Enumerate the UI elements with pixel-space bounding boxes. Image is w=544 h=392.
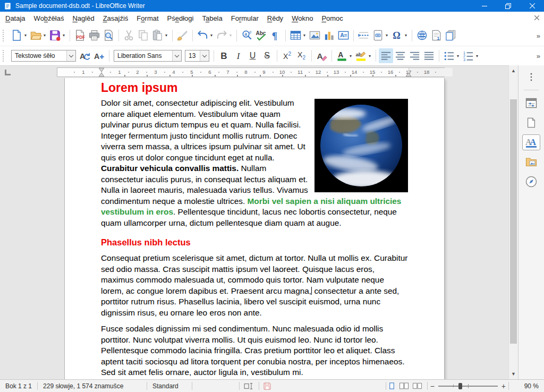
print-preview-button[interactable] bbox=[101, 28, 116, 43]
menu-pomoc[interactable]: Pomoc bbox=[317, 13, 347, 24]
bullet-list-button[interactable] bbox=[442, 48, 456, 63]
paste-button[interactable] bbox=[150, 28, 165, 43]
toolbar-overflow-button[interactable]: » bbox=[537, 52, 540, 60]
zoom-slider[interactable] bbox=[438, 386, 498, 387]
insert-endnote-button[interactable] bbox=[444, 28, 458, 43]
book-view-icon[interactable] bbox=[411, 382, 424, 390]
scrollbar-thumb[interactable] bbox=[510, 99, 517, 344]
subscript-button[interactable]: X2 bbox=[294, 48, 309, 63]
insert-special-character-dropdown-icon[interactable]: ▾ bbox=[403, 33, 409, 38]
insert-special-character-button[interactable]: Ω bbox=[390, 28, 404, 43]
strikethrough-button[interactable]: S bbox=[260, 48, 274, 63]
bullet-list-dropdown-icon[interactable]: ▾ bbox=[455, 54, 461, 58]
earth-image[interactable] bbox=[314, 99, 408, 192]
export-pdf-button[interactable]: PDF bbox=[73, 28, 87, 43]
scroll-up-icon[interactable]: ▲ bbox=[509, 66, 518, 75]
tab-type-selector-icon[interactable] bbox=[5, 70, 11, 75]
horizontal-ruler[interactable]: 1123456789101112131415161718 bbox=[57, 67, 445, 77]
indent-marker-icon[interactable] bbox=[99, 67, 104, 79]
insert-hyperlink-button[interactable] bbox=[415, 28, 429, 43]
menu-formular[interactable]: Formular bbox=[227, 13, 263, 24]
save-status-icon[interactable] bbox=[259, 382, 275, 390]
sidebar-styles-button[interactable]: AA bbox=[522, 134, 540, 150]
paste-dropdown-icon[interactable]: ▾ bbox=[164, 33, 169, 38]
save-dropdown-icon[interactable]: ▾ bbox=[61, 33, 66, 38]
paragraph-style-combobox[interactable]: Tekstowe śěło bbox=[11, 50, 76, 62]
formatting-marks-button[interactable]: ¶ bbox=[268, 28, 283, 43]
print-button[interactable] bbox=[87, 28, 101, 43]
minimize-button[interactable] bbox=[472, 0, 496, 12]
superscript-button[interactable]: X2 bbox=[280, 48, 294, 63]
insert-field-button[interactable] bbox=[371, 28, 385, 43]
menu-nagld[interactable]: Naglěd bbox=[68, 13, 98, 24]
align-center-button[interactable] bbox=[393, 48, 407, 63]
new-style-button[interactable]: A bbox=[92, 48, 106, 63]
toolbar-grip[interactable] bbox=[3, 50, 6, 62]
find-replace-button[interactable]: ad bbox=[240, 28, 254, 43]
menu-wokno[interactable]: Wokno bbox=[287, 13, 317, 24]
scroll-down-icon[interactable]: ▼ bbox=[509, 370, 518, 378]
zoom-level-status[interactable]: 90 % bbox=[509, 382, 544, 390]
right-indent-marker-icon[interactable] bbox=[406, 67, 411, 79]
update-style-button[interactable]: A bbox=[78, 48, 92, 63]
redo-dropdown-icon[interactable]: ▾ bbox=[228, 33, 233, 38]
menu-zasaji[interactable]: Zasajźiś bbox=[99, 13, 133, 24]
insert-textbox-button[interactable]: A bbox=[336, 28, 351, 43]
sidebar-gallery-button[interactable] bbox=[522, 154, 540, 170]
chevron-down-icon[interactable] bbox=[172, 50, 181, 61]
page-number-status[interactable]: Bok 1 z 1 bbox=[0, 382, 37, 390]
chevron-down-icon[interactable] bbox=[200, 50, 209, 61]
align-right-button[interactable] bbox=[407, 48, 422, 63]
save-button[interactable] bbox=[48, 28, 62, 43]
clone-formatting-button[interactable] bbox=[175, 28, 190, 43]
menu-rdy[interactable]: Rědy bbox=[263, 13, 287, 24]
toolbar-overflow-button[interactable]: » bbox=[537, 31, 540, 39]
new-document-dropdown-icon[interactable]: ▾ bbox=[23, 33, 28, 38]
font-color-dropdown-icon[interactable]: ▾ bbox=[348, 54, 353, 58]
sidebar-page-button[interactable] bbox=[522, 115, 540, 131]
open-button[interactable] bbox=[29, 28, 43, 43]
undo-dropdown-icon[interactable]: ▾ bbox=[209, 33, 214, 38]
toolbar-grip[interactable] bbox=[3, 30, 6, 41]
sidebar-navigator-button[interactable] bbox=[522, 174, 540, 190]
spelling-button[interactable]: Abc bbox=[254, 28, 268, 43]
highlight-color-button[interactable]: ab bbox=[354, 48, 368, 63]
zoom-in-button[interactable]: + bbox=[499, 382, 508, 390]
insert-mode-icon[interactable] bbox=[240, 382, 259, 390]
insert-table-dropdown-icon[interactable]: ▾ bbox=[302, 33, 307, 38]
sidebar-properties-button[interactable] bbox=[522, 95, 540, 111]
menu-tabela[interactable]: Tabela bbox=[198, 13, 226, 24]
zoom-out-button[interactable]: − bbox=[428, 382, 437, 390]
bold-button[interactable]: B bbox=[217, 48, 231, 63]
insert-chart-button[interactable] bbox=[322, 28, 336, 43]
undo-button[interactable] bbox=[196, 28, 210, 43]
menu-dataja[interactable]: Dataja bbox=[1, 13, 30, 24]
document-workspace[interactable]: Lorem ipsum bbox=[0, 78, 508, 379]
page-style-status[interactable]: Standard bbox=[147, 382, 192, 390]
underline-button[interactable]: U bbox=[245, 48, 260, 63]
menu-format[interactable]: Format bbox=[132, 13, 163, 24]
single-page-view-icon[interactable] bbox=[386, 382, 397, 390]
menu-woba[interactable]: Wobźěłaś bbox=[30, 13, 69, 24]
insert-image-button[interactable] bbox=[308, 28, 322, 43]
close-button[interactable] bbox=[520, 0, 544, 12]
highlight-color-dropdown-icon[interactable]: ▾ bbox=[367, 54, 372, 58]
clear-formatting-button[interactable]: A bbox=[314, 48, 329, 63]
align-left-button[interactable] bbox=[379, 48, 393, 63]
numbered-list-dropdown-icon[interactable]: ▾ bbox=[474, 54, 480, 58]
insert-footnote-button[interactable]: 1 bbox=[429, 28, 444, 43]
vertical-scrollbar[interactable]: ▲ ▼ bbox=[508, 65, 518, 379]
multi-page-view-icon[interactable] bbox=[397, 382, 411, 390]
font-color-button[interactable]: A bbox=[335, 48, 349, 63]
menu-pedogi[interactable]: Pśedłogi bbox=[163, 13, 198, 24]
document-page[interactable]: Lorem ipsum bbox=[65, 78, 444, 379]
font-name-combobox[interactable]: Liberation Sans bbox=[114, 50, 182, 62]
new-document-button[interactable] bbox=[10, 28, 24, 43]
close-document-icon[interactable] bbox=[534, 15, 539, 20]
chevron-down-icon[interactable] bbox=[66, 50, 75, 61]
insert-field-dropdown-icon[interactable]: ▾ bbox=[384, 33, 389, 38]
word-count-status[interactable]: 229 słowje, 1 574 znamušce bbox=[38, 382, 147, 390]
font-size-combobox[interactable]: 13 bbox=[185, 50, 209, 62]
restore-button[interactable] bbox=[496, 0, 520, 12]
sidebar-sidebar-menu-button[interactable] bbox=[522, 69, 540, 85]
